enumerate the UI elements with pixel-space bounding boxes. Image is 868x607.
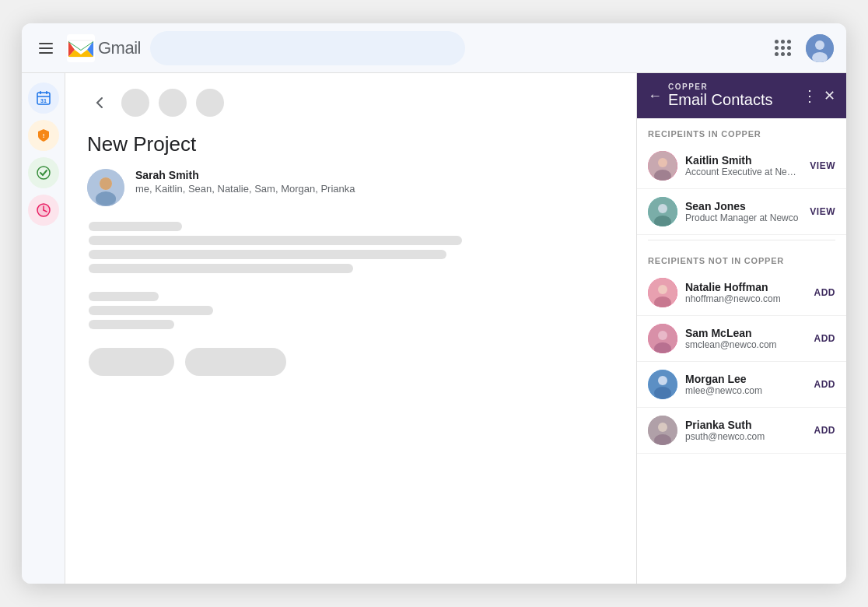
svg-point-34 [658,376,667,385]
skeleton-line [89,264,353,273]
view-button-sean[interactable]: VIEW [810,206,835,217]
svg-point-3 [815,40,824,50]
contact-avatar-sean [648,197,677,226]
contact-row-kaitlin: Kaitlin Smith Account Executive at Newco… [637,143,846,189]
contact-row-natalie: Natalie Hoffman nhoffman@newco.com ADD [637,270,846,316]
copper-title-block: COPPER Email Contacts [668,82,796,109]
contact-role-prianka: psuth@newco.com [685,431,807,442]
btn-placeholder-1 [89,348,174,376]
view-button-kaitlin[interactable]: VIEW [810,160,835,171]
email-nav [87,89,614,117]
email-recipients: me, Kaitlin, Sean, Natalie, Sam, Morgan,… [135,183,355,195]
contact-info-prianka: Prianka Suth psuth@newco.com [685,419,807,442]
clock-icon [36,202,51,218]
sender-photo [87,169,124,206]
contact-role-natalie: nhoffman@newco.com [685,293,807,304]
contact-info-natalie: Natalie Hoffman nhoffman@newco.com [685,281,807,304]
gmail-topbar: Gmail [22,23,846,73]
search-input[interactable] [150,31,466,65]
section-not-in-copper-header: RECIPIENTS NOT IN COPPER [637,245,846,270]
email-back-button[interactable] [87,90,112,115]
contact-avatar-kaitlin [648,151,677,181]
contact-info-sam: Sam McLean smclean@newco.com [685,327,807,350]
copper-brand-label: COPPER [668,82,796,91]
contact-avatar-morgan [648,370,677,399]
btn-placeholder-2 [185,348,286,376]
contact-name-natalie: Natalie Hoffman [685,281,807,293]
skeleton-line [89,306,213,315]
contact-role-morgan: mlee@newco.com [685,385,807,396]
gmail-sidebar: 31 ! [22,73,65,584]
add-button-natalie[interactable]: ADD [814,287,836,298]
contact-row-sean: Sean Jones Product Manager at Newco VIEW [637,189,846,235]
copper-panel: ← COPPER Email Contacts ⋮ ✕ RECIPEINTS I… [636,73,846,584]
svg-point-19 [100,177,112,190]
skeleton-line [89,292,159,301]
sidebar-clock-widget[interactable] [28,195,59,226]
contact-row-morgan: Morgan Lee mlee@newco.com ADD [637,362,846,408]
section-divider [648,240,835,240]
svg-point-31 [658,331,667,340]
svg-point-20 [96,191,116,205]
nav-avatar-1 [121,89,149,117]
copper-close-button[interactable]: ✕ [824,87,835,104]
add-button-sam[interactable]: ADD [814,333,836,344]
skeleton-line [89,236,462,245]
gmail-text-label: Gmail [98,38,141,58]
nav-avatar-3 [196,89,224,117]
sidebar-tasks-widget[interactable] [28,157,59,188]
email-view: New Project Sarah Smith me, Kaitlin, Sea… [65,73,636,584]
skeleton-line [89,250,446,259]
gmail-m-icon [67,34,95,62]
sender-avatar [87,169,124,206]
user-avatar-icon [806,34,834,62]
contact-role-sam: smclean@newco.com [685,339,807,350]
contact-photo-natalie [648,278,677,307]
contact-info-kaitlin: Kaitlin Smith Account Executive at Newco [685,154,802,177]
contact-name-morgan: Morgan Lee [685,373,807,385]
sidebar-shield-widget[interactable]: ! [28,120,59,151]
svg-text:!: ! [42,132,44,139]
svg-text:31: 31 [40,98,47,104]
svg-point-37 [658,423,667,432]
user-avatar-button[interactable] [806,34,834,62]
back-arrow-icon [92,95,107,111]
sidebar-calendar-widget[interactable]: 31 [28,82,59,114]
add-button-prianka[interactable]: ADD [814,425,836,436]
contact-avatar-prianka [648,416,677,445]
sender-name: Sarah Smith [135,169,355,181]
calendar-icon: 31 [36,90,51,106]
svg-point-25 [658,204,667,213]
email-body [87,222,614,376]
contact-info-morgan: Morgan Lee mlee@newco.com [685,373,807,396]
skeleton-line [89,222,182,231]
contact-name-sam: Sam McLean [685,327,807,339]
contact-role-kaitlin: Account Executive at Newco [685,167,802,177]
gmail-logo[interactable]: Gmail [67,34,141,62]
browser-window: Gmail [22,23,846,584]
copper-header: ← COPPER Email Contacts ⋮ ✕ [637,73,846,118]
email-subject: New Project [87,132,614,156]
svg-point-11 [37,167,50,179]
contact-avatar-natalie [648,278,677,307]
contact-name-sean: Sean Jones [685,200,802,212]
contact-role-sean: Product Manager at Newco [685,212,802,223]
sender-info: Sarah Smith me, Kaitlin, Sean, Natalie, … [135,169,355,195]
shield-icon: ! [36,128,51,143]
nav-avatar-2 [159,89,187,117]
copper-title-label: Email Contacts [668,91,796,109]
contact-name-prianka: Prianka Suth [685,419,807,431]
add-button-morgan[interactable]: ADD [814,379,836,390]
contact-photo-kaitlin [648,151,677,181]
apps-grid-button[interactable] [768,34,796,62]
skeleton-line [89,320,174,329]
contact-photo-sean [648,197,677,226]
contact-info-sean: Sean Jones Product Manager at Newco [685,200,802,223]
copper-more-button[interactable]: ⋮ [802,86,817,105]
svg-point-35 [654,387,671,399]
contact-name-kaitlin: Kaitlin Smith [685,154,802,167]
copper-back-button[interactable]: ← [648,88,662,104]
hamburger-button[interactable] [34,38,58,58]
contact-avatar-sam [648,324,677,353]
contact-row-prianka: Prianka Suth psuth@newco.com ADD [637,408,846,454]
